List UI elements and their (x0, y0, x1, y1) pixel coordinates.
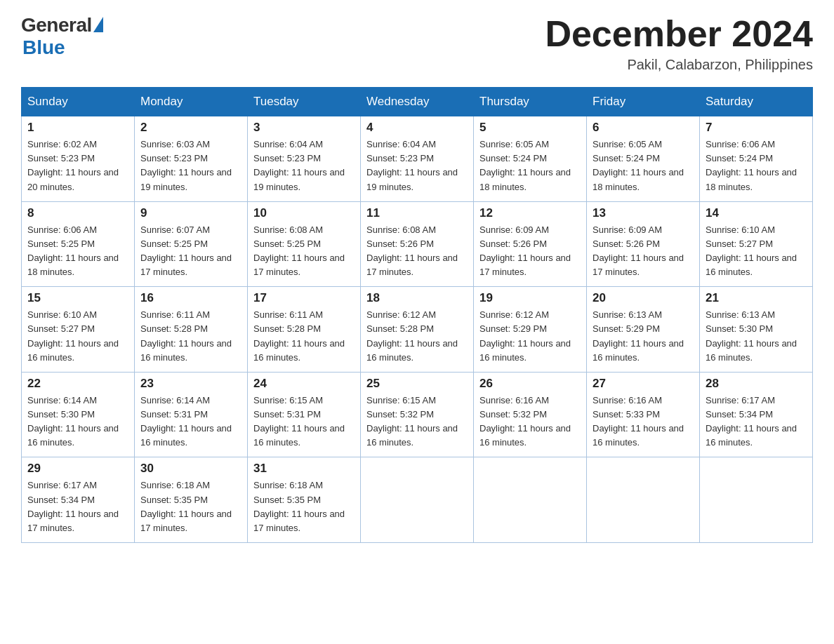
day-number: 30 (140, 462, 241, 476)
calendar-cell: 7 Sunrise: 6:06 AMSunset: 5:24 PMDayligh… (700, 116, 813, 202)
column-header-saturday: Saturday (700, 88, 813, 116)
column-header-wednesday: Wednesday (361, 88, 474, 116)
day-info: Sunrise: 6:16 AMSunset: 5:33 PMDaylight:… (593, 395, 684, 448)
day-number: 29 (27, 462, 128, 476)
day-number: 10 (253, 206, 355, 220)
calendar-week-row: 22 Sunrise: 6:14 AMSunset: 5:30 PMDaylig… (22, 372, 813, 457)
calendar-cell: 9 Sunrise: 6:07 AMSunset: 5:25 PMDayligh… (135, 201, 248, 287)
day-number: 19 (479, 291, 581, 305)
calendar-cell: 18 Sunrise: 6:12 AMSunset: 5:28 PMDaylig… (361, 287, 474, 373)
day-info: Sunrise: 6:18 AMSunset: 5:35 PMDaylight:… (253, 480, 345, 532)
day-info: Sunrise: 6:15 AMSunset: 5:32 PMDaylight:… (366, 395, 458, 448)
calendar-cell: 6 Sunrise: 6:05 AMSunset: 5:24 PMDayligh… (587, 116, 700, 202)
day-number: 22 (27, 377, 128, 391)
calendar-cell: 10 Sunrise: 6:08 AMSunset: 5:25 PMDaylig… (248, 201, 361, 287)
calendar-cell: 24 Sunrise: 6:15 AMSunset: 5:31 PMDaylig… (248, 372, 361, 457)
calendar-cell: 15 Sunrise: 6:10 AMSunset: 5:27 PMDaylig… (22, 287, 135, 373)
calendar-cell: 26 Sunrise: 6:16 AMSunset: 5:32 PMDaylig… (474, 372, 587, 457)
day-number: 14 (706, 206, 807, 220)
calendar-cell: 23 Sunrise: 6:14 AMSunset: 5:31 PMDaylig… (135, 372, 248, 457)
day-info: Sunrise: 6:13 AMSunset: 5:30 PMDaylight:… (706, 309, 797, 362)
day-info: Sunrise: 6:10 AMSunset: 5:27 PMDaylight:… (706, 224, 797, 277)
day-number: 27 (593, 377, 694, 391)
day-number: 16 (140, 291, 241, 305)
day-info: Sunrise: 6:03 AMSunset: 5:23 PMDaylight:… (140, 139, 232, 192)
calendar-week-row: 29 Sunrise: 6:17 AMSunset: 5:34 PMDaylig… (22, 457, 813, 543)
day-info: Sunrise: 6:15 AMSunset: 5:31 PMDaylight:… (253, 395, 345, 448)
day-info: Sunrise: 6:13 AMSunset: 5:29 PMDaylight:… (593, 309, 684, 362)
day-info: Sunrise: 6:05 AMSunset: 5:24 PMDaylight:… (593, 139, 684, 192)
day-number: 11 (366, 206, 468, 220)
calendar-cell: 19 Sunrise: 6:12 AMSunset: 5:29 PMDaylig… (474, 287, 587, 373)
calendar-cell: 14 Sunrise: 6:10 AMSunset: 5:27 PMDaylig… (700, 201, 813, 287)
day-number: 9 (140, 206, 241, 220)
calendar-cell (700, 457, 813, 543)
day-number: 28 (706, 377, 807, 391)
day-number: 26 (479, 377, 581, 391)
column-header-tuesday: Tuesday (248, 88, 361, 116)
day-number: 4 (366, 121, 468, 135)
calendar-cell: 13 Sunrise: 6:09 AMSunset: 5:26 PMDaylig… (587, 201, 700, 287)
day-number: 7 (706, 121, 807, 135)
title-section: December 2024 Pakil, Calabarzon, Philipp… (545, 14, 813, 73)
day-number: 5 (479, 121, 581, 135)
day-number: 18 (366, 291, 468, 305)
calendar-cell: 11 Sunrise: 6:08 AMSunset: 5:26 PMDaylig… (361, 201, 474, 287)
calendar-cell: 21 Sunrise: 6:13 AMSunset: 5:30 PMDaylig… (700, 287, 813, 373)
calendar-cell (361, 457, 474, 543)
day-number: 1 (27, 121, 128, 135)
logo: General Blue (21, 14, 103, 59)
day-info: Sunrise: 6:18 AMSunset: 5:35 PMDaylight:… (140, 480, 232, 532)
day-number: 25 (366, 377, 468, 391)
calendar-week-row: 1 Sunrise: 6:02 AMSunset: 5:23 PMDayligh… (22, 116, 813, 202)
calendar-cell: 22 Sunrise: 6:14 AMSunset: 5:30 PMDaylig… (22, 372, 135, 457)
page-header: General Blue December 2024 Pakil, Calaba… (21, 14, 813, 73)
calendar-cell: 17 Sunrise: 6:11 AMSunset: 5:28 PMDaylig… (248, 287, 361, 373)
day-number: 20 (593, 291, 694, 305)
day-info: Sunrise: 6:02 AMSunset: 5:23 PMDaylight:… (27, 139, 119, 192)
calendar-cell: 1 Sunrise: 6:02 AMSunset: 5:23 PMDayligh… (22, 116, 135, 202)
calendar-cell: 30 Sunrise: 6:18 AMSunset: 5:35 PMDaylig… (135, 457, 248, 543)
calendar-cell: 5 Sunrise: 6:05 AMSunset: 5:24 PMDayligh… (474, 116, 587, 202)
calendar-cell: 3 Sunrise: 6:04 AMSunset: 5:23 PMDayligh… (248, 116, 361, 202)
calendar-cell (587, 457, 700, 543)
day-info: Sunrise: 6:06 AMSunset: 5:25 PMDaylight:… (27, 224, 119, 277)
column-header-sunday: Sunday (22, 88, 135, 116)
day-info: Sunrise: 6:05 AMSunset: 5:24 PMDaylight:… (479, 139, 571, 192)
day-number: 15 (27, 291, 128, 305)
calendar-cell: 29 Sunrise: 6:17 AMSunset: 5:34 PMDaylig… (22, 457, 135, 543)
day-info: Sunrise: 6:09 AMSunset: 5:26 PMDaylight:… (479, 224, 571, 277)
day-info: Sunrise: 6:16 AMSunset: 5:32 PMDaylight:… (479, 395, 571, 448)
calendar-cell: 20 Sunrise: 6:13 AMSunset: 5:29 PMDaylig… (587, 287, 700, 373)
day-info: Sunrise: 6:11 AMSunset: 5:28 PMDaylight:… (253, 309, 345, 362)
day-info: Sunrise: 6:09 AMSunset: 5:26 PMDaylight:… (593, 224, 684, 277)
calendar-cell: 31 Sunrise: 6:18 AMSunset: 5:35 PMDaylig… (248, 457, 361, 543)
day-info: Sunrise: 6:12 AMSunset: 5:29 PMDaylight:… (479, 309, 571, 362)
day-info: Sunrise: 6:14 AMSunset: 5:30 PMDaylight:… (27, 395, 119, 448)
day-number: 21 (706, 291, 807, 305)
calendar-cell: 4 Sunrise: 6:04 AMSunset: 5:23 PMDayligh… (361, 116, 474, 202)
day-info: Sunrise: 6:08 AMSunset: 5:26 PMDaylight:… (366, 224, 458, 277)
day-info: Sunrise: 6:10 AMSunset: 5:27 PMDaylight:… (27, 309, 119, 362)
day-info: Sunrise: 6:07 AMSunset: 5:25 PMDaylight:… (140, 224, 232, 277)
logo-general-text: General (21, 14, 92, 36)
day-info: Sunrise: 6:14 AMSunset: 5:31 PMDaylight:… (140, 395, 232, 448)
calendar-cell: 27 Sunrise: 6:16 AMSunset: 5:33 PMDaylig… (587, 372, 700, 457)
location-text: Pakil, Calabarzon, Philippines (545, 57, 813, 73)
calendar-cell: 16 Sunrise: 6:11 AMSunset: 5:28 PMDaylig… (135, 287, 248, 373)
day-info: Sunrise: 6:11 AMSunset: 5:28 PMDaylight:… (140, 309, 232, 362)
day-info: Sunrise: 6:04 AMSunset: 5:23 PMDaylight:… (366, 139, 458, 192)
column-header-monday: Monday (135, 88, 248, 116)
calendar-cell (474, 457, 587, 543)
calendar-header-row: SundayMondayTuesdayWednesdayThursdayFrid… (22, 88, 813, 116)
calendar-cell: 25 Sunrise: 6:15 AMSunset: 5:32 PMDaylig… (361, 372, 474, 457)
day-info: Sunrise: 6:04 AMSunset: 5:23 PMDaylight:… (253, 139, 345, 192)
day-info: Sunrise: 6:17 AMSunset: 5:34 PMDaylight:… (27, 480, 119, 532)
day-number: 12 (479, 206, 581, 220)
calendar-cell: 8 Sunrise: 6:06 AMSunset: 5:25 PMDayligh… (22, 201, 135, 287)
day-number: 2 (140, 121, 241, 135)
day-number: 23 (140, 377, 241, 391)
day-number: 8 (27, 206, 128, 220)
day-number: 6 (593, 121, 694, 135)
day-number: 3 (253, 121, 355, 135)
